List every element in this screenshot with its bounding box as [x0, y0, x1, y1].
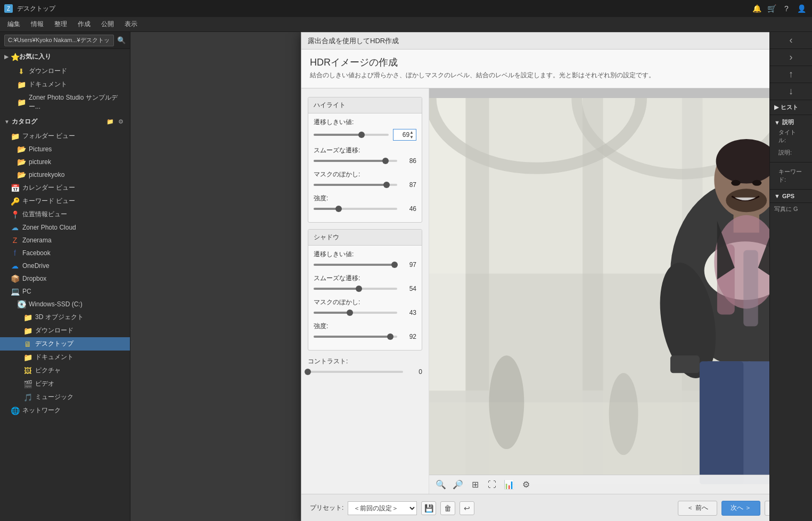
highlight-strength-slider-row: 46 [314, 205, 416, 213]
fullscreen-btn[interactable]: ⛶ [485, 478, 499, 492]
folder-icon: 📂 [17, 158, 26, 166]
sidebar-item-3d[interactable]: 📁 3D オブジェクト [0, 311, 130, 324]
nav-back-btn[interactable]: ‹ [770, 32, 812, 49]
sidebar-item-network[interactable]: 🌐 ネットワーク [0, 404, 130, 417]
fit-btn[interactable]: ⊞ [467, 478, 482, 492]
contrast-track[interactable] [308, 371, 403, 373]
save-preset-btn[interactable]: 💾 [421, 501, 436, 515]
sidebar-item-folder-view[interactable]: 📁 フォルダー ビュー [0, 129, 130, 143]
sidebar-item-download[interactable]: ⬇ ダウンロード [0, 64, 130, 78]
help-btn[interactable]: ? [780, 2, 793, 15]
zoom-in-btn[interactable]: 🔍 [433, 478, 448, 492]
catalog-header[interactable]: ▼ カタログ 📁 ⚙ [0, 113, 130, 129]
catalog-settings-btn[interactable]: ⚙ [116, 117, 126, 126]
sidebar-item-dropbox[interactable]: 📦 Dropbox [0, 272, 130, 285]
menu-edit[interactable]: 編集 [2, 18, 26, 31]
menu-view[interactable]: 表示 [119, 18, 143, 31]
content-area: 露出合成を使用してHDR作成 — □ ✕ HDRイメージの作成 結合のしきい値お… [130, 32, 769, 521]
sidebar-item-windows-ssd[interactable]: 💽 Windows-SSD (C:) [0, 298, 130, 311]
menu-publish[interactable]: 公開 [96, 18, 119, 31]
highlight-strength-label: 強度: [314, 194, 416, 203]
highlight-mask-track[interactable] [314, 184, 397, 186]
preset-select[interactable]: ＜前回の設定＞ [348, 501, 417, 515]
settings-btn[interactable]: ⚙ [519, 478, 534, 492]
sidebar-item-label: picturek [29, 158, 51, 166]
dialog-body: ハイライト 遷移しきい値: [301, 88, 769, 494]
highlight-smooth-label: スムーズな遷移: [314, 146, 416, 155]
shadow-mask-track[interactable] [314, 312, 397, 314]
zoom-out-btn[interactable]: 🔎 [450, 478, 465, 492]
history-section: ▶ ヒスト [770, 100, 812, 115]
address-bar: 🔍 [0, 32, 130, 49]
next-btn[interactable]: 次へ ＞ [721, 501, 760, 516]
sidebar-item-location-view[interactable]: 📍 位置情報ビュー [0, 208, 130, 221]
shadow-strength-track[interactable] [314, 336, 397, 338]
catalog-add-btn[interactable]: 📁 [105, 117, 115, 126]
sidebar-item-zonerama[interactable]: Z Zonerama [0, 234, 130, 247]
favorites-label: お気に入り [19, 52, 51, 61]
dialog-header-desc: 結合のしきい値および滑らかさ、ぼかしマスクのレベル、結合のレベルを設定します。光… [310, 71, 655, 80]
history-label: ヒスト [781, 103, 798, 111]
delete-preset-btn[interactable]: 🗑 [440, 501, 455, 515]
catalog-label: カタログ [12, 117, 37, 126]
cart-btn[interactable]: 🛒 [765, 2, 778, 15]
sidebar-item-onedrive[interactable]: ☁ OneDrive [0, 259, 130, 272]
favorites-header[interactable]: ▶ ⭐ お気に入り [0, 49, 130, 64]
sidebar-item-pc[interactable]: 💻 PC [0, 285, 130, 298]
highlight-smooth-track[interactable] [314, 160, 397, 162]
hdd-icon: 💽 [17, 300, 26, 308]
sidebar-item-downloads[interactable]: 📁 ダウンロード [0, 324, 130, 337]
menu-create[interactable]: 作成 [72, 18, 96, 31]
highlight-transition-value-box[interactable]: 69 ▲▼ [393, 129, 416, 141]
svg-point-39 [731, 180, 741, 186]
app-title: デスクトップ [17, 4, 55, 13]
sidebar-item-calendar-view[interactable]: 📅 カレンダー ビュー [0, 181, 130, 194]
shadow-transition-track[interactable] [314, 264, 397, 266]
sidebar-item-zoner-cloud[interactable]: ☁ Zoner Photo Cloud [0, 221, 130, 234]
sidebar-item-label: ミュージック [35, 393, 73, 402]
sidebar-item-zoner-samples[interactable]: 📁 Zoner Photo Studio サンプルデー... [0, 91, 130, 113]
shadow-smooth-track[interactable] [314, 288, 397, 290]
shadow-strength-label: 強度: [314, 322, 416, 331]
sidebar-item-music[interactable]: 🎵 ミュージック [0, 390, 130, 404]
notification-btn[interactable]: 🔔 [750, 2, 763, 15]
sidebar-item-label: キーワード ビュー [22, 197, 75, 206]
dialog-titlebar: 露出合成を使用してHDR作成 — □ ✕ [301, 32, 769, 50]
address-input[interactable] [4, 35, 114, 46]
sidebar-item-pictures[interactable]: 📂 Pictures [0, 143, 130, 156]
gps-header[interactable]: ▼ GPS [774, 193, 808, 199]
sidebar-item-docs[interactable]: 📁 ドキュメント [0, 351, 130, 364]
highlight-strength-track[interactable] [314, 208, 397, 210]
menu-organize[interactable]: 整理 [49, 18, 72, 31]
sidebar-item-picturekyoko[interactable]: 📂 picturekyoko [0, 168, 130, 181]
contrast-value: 0 [407, 368, 422, 376]
reset-preset-btn[interactable]: ↩ [460, 501, 474, 515]
sidebar-item-pictures2[interactable]: 🖼 ピクチャ [0, 364, 130, 377]
description-section: ▼ 説明 タイトル: 説明: [770, 115, 812, 162]
histogram-btn[interactable]: 📊 [502, 478, 516, 492]
highlight-transition-track[interactable] [314, 134, 389, 136]
highlight-transition-value: 69 [396, 131, 409, 139]
sidebar-item-label: Windows-SSD (C:) [29, 300, 83, 308]
nav-forward-btn[interactable]: › [770, 49, 812, 66]
address-search-icon[interactable]: 🔍 [117, 36, 126, 44]
nav-up-btn[interactable]: ↑ [770, 66, 812, 83]
user-btn[interactable]: 👤 [795, 2, 808, 15]
calendar-icon: 📅 [11, 184, 19, 192]
sidebar-item-video[interactable]: 🎬 ビデオ [0, 377, 130, 390]
sidebar-item-keyword-view[interactable]: 🔑 キーワード ビュー [0, 194, 130, 208]
sidebar-item-picturek[interactable]: 📂 picturek [0, 156, 130, 168]
shadow-smooth-value: 54 [401, 285, 416, 292]
sidebar-item-desktop[interactable]: 🖥 デスクトップ [0, 337, 130, 351]
sidebar-item-documents[interactable]: 📁 ドキュメント [0, 78, 130, 91]
sidebar-item-label: ドキュメント [35, 353, 73, 362]
description-header[interactable]: ▼ 説明 [774, 118, 808, 126]
cancel-btn[interactable]: キャンセル [765, 501, 769, 516]
sidebar-item-facebook[interactable]: f Facebook [0, 247, 130, 259]
folder-icon: 🖼 [23, 367, 32, 375]
nav-down-btn[interactable]: ↓ [770, 83, 812, 100]
menu-info[interactable]: 情報 [26, 18, 49, 31]
prev-btn[interactable]: ＜ 前へ [678, 501, 717, 516]
history-header[interactable]: ▶ ヒスト [774, 103, 808, 111]
shadow-mask-row: マスクのぼかし: 43 [314, 298, 416, 316]
